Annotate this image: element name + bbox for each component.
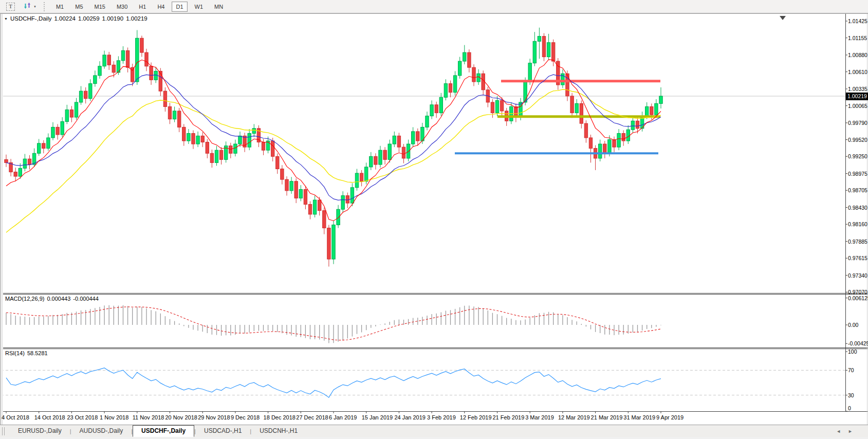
- chart-tab-audusd-daily[interactable]: AUDUSD-,Daily: [71, 426, 132, 436]
- dropdown-caret-icon: ▼: [33, 5, 36, 8]
- macd-axis-label: 0.00: [848, 322, 858, 328]
- timeframe-button-h1[interactable]: H1: [135, 2, 150, 12]
- tabs-scroll-left-button[interactable]: ◄: [836, 429, 841, 434]
- date-axis-label: 1 Nov 2018: [100, 414, 128, 421]
- date-axis-label: 18 Dec 2018: [264, 414, 296, 421]
- date-axis-label: 20 Nov 2018: [165, 414, 197, 421]
- rsi-indicator-label: RSI(14)58.5281: [5, 350, 50, 356]
- date-axis-label: 14 Oct 2018: [34, 414, 65, 421]
- price-axis-label: 0.99250: [848, 153, 867, 160]
- macd-name: MACD(12,26,9): [5, 296, 44, 302]
- timeframe-button-m1[interactable]: M1: [52, 2, 68, 12]
- tab-bar-grip[interactable]: [2, 427, 5, 435]
- text-tool-icon: T: [6, 3, 15, 11]
- date-axis-label: 31 Mar 2019: [623, 414, 655, 421]
- timeframe-button-m5[interactable]: M5: [71, 2, 87, 12]
- date-axis-label: 12 Mar 2019: [558, 414, 590, 421]
- price-axis-label: 1.00610: [848, 69, 867, 76]
- collapse-chart-icon[interactable]: ▼: [4, 17, 8, 21]
- toolbar: T ▼ M1M5M15M30H1H4D1W1MN: [0, 0, 868, 13]
- date-axis-label: 4 Oct 2018: [2, 414, 29, 421]
- date-axis-label: 29 Nov 2018: [198, 414, 230, 421]
- price-axis-label: 1.01155: [848, 35, 867, 42]
- price-axis-label: 1.01425: [848, 18, 867, 25]
- price-axis-label: 0.97340: [848, 272, 867, 279]
- date-axis-label: 12 Feb 2019: [460, 414, 492, 421]
- chart-high-value: 1.00259: [78, 15, 100, 22]
- timeframe-button-w1[interactable]: W1: [191, 2, 208, 12]
- chart-low-value: 1.00190: [102, 15, 124, 22]
- date-axis-label: 23 Oct 2018: [67, 414, 98, 421]
- objects-arrows-button[interactable]: ▼: [21, 1, 39, 12]
- date-axis-label: 9 Dec 2018: [231, 414, 260, 421]
- chart-tab-bar: EURUSD-,Daily|AUDUSD-,Daily|USDCHF-,Dail…: [0, 425, 868, 437]
- chart-tab-usdcnh-h1[interactable]: USDCNH-,H1: [251, 426, 306, 436]
- date-axis-label: 11 Nov 2018: [133, 414, 164, 421]
- price-axis-label: 0.98705: [848, 187, 867, 194]
- macd-signal-value: -0.000444: [73, 296, 99, 302]
- order-arrows-icon: [23, 2, 31, 11]
- date-axis-label: 24 Jan 2019: [394, 414, 426, 421]
- date-axis-label: 6 Jan 2019: [329, 414, 357, 421]
- current-price-box: 1.00219: [846, 93, 868, 100]
- chart-header: ▼ USDCHF-,Daily 1.00224 1.00259 1.00190 …: [4, 15, 147, 22]
- timeframe-button-m30[interactable]: M30: [113, 2, 132, 12]
- date-axis-label: 21 Feb 2019: [493, 414, 525, 421]
- timeframe-button-d1[interactable]: D1: [172, 2, 187, 12]
- date-axis-label: 9 Apr 2019: [656, 414, 684, 421]
- rsi-value: 58.5281: [27, 350, 48, 356]
- macd-value: 0.000443: [47, 296, 70, 302]
- chart-tab-eurusd-daily[interactable]: EURUSD-,Daily: [10, 426, 70, 436]
- chart-shift-marker-icon[interactable]: [780, 16, 786, 20]
- window-bottom-edge: [0, 437, 868, 439]
- rsi-axis-label: 0: [848, 405, 851, 412]
- rsi-axis-label: 70: [848, 367, 854, 374]
- date-axis-label: 21 Mar 2019: [591, 414, 623, 421]
- chart-canvas[interactable]: [0, 0, 868, 439]
- rsi-name: RSI(14): [5, 350, 25, 356]
- text-tool-button[interactable]: T: [4, 1, 17, 12]
- macd-axis-label: 0.006125: [848, 295, 868, 302]
- price-axis-label: 1.00335: [848, 86, 867, 93]
- rsi-axis-label: 30: [848, 392, 854, 399]
- date-axis-label: 3 Feb 2019: [427, 414, 456, 421]
- price-axis-label: 0.98430: [848, 205, 867, 211]
- price-axis-label: 0.99520: [848, 137, 867, 143]
- macd-indicator-label: MACD(12,26,9)0.000443-0.000444: [5, 296, 101, 302]
- chart-symbol-label: USDCHF-,Daily: [10, 15, 52, 22]
- price-axis-label: 0.98975: [848, 171, 867, 177]
- chart-tab-usdcad-h1[interactable]: USDCAD-,H1: [196, 426, 250, 436]
- chart-close-value: 1.00219: [126, 15, 147, 22]
- date-axis-label: 27 Dec 2018: [296, 414, 328, 421]
- price-axis-label: 0.98160: [848, 221, 867, 228]
- macd-axis-label: -0.00425: [848, 340, 868, 347]
- date-axis-label: 3 Mar 2019: [525, 414, 554, 421]
- price-axis-label: 0.97885: [848, 239, 867, 245]
- price-axis-label: 0.97615: [848, 255, 867, 262]
- tabs-scroll-right-button[interactable]: ►: [848, 429, 853, 434]
- timeframe-button-m15[interactable]: M15: [90, 2, 109, 12]
- chart-tab-usdchf-daily[interactable]: USDCHF-,Daily: [133, 425, 194, 437]
- timeframe-bar: M1M5M15M30H1H4D1W1MN: [50, 2, 229, 12]
- toolbar-separator[interactable]: [44, 2, 46, 11]
- rsi-axis-label: 100: [848, 349, 857, 355]
- price-axis-label: 0.99790: [848, 120, 867, 126]
- date-axis-label: 15 Jan 2019: [362, 414, 393, 421]
- timeframe-button-h4[interactable]: H4: [153, 2, 169, 12]
- price-axis-label: 1.00065: [848, 103, 867, 109]
- timeframe-button-mn[interactable]: MN: [210, 2, 227, 12]
- chart-open-value: 1.00224: [54, 15, 76, 22]
- price-axis-label: 1.00880: [848, 52, 867, 59]
